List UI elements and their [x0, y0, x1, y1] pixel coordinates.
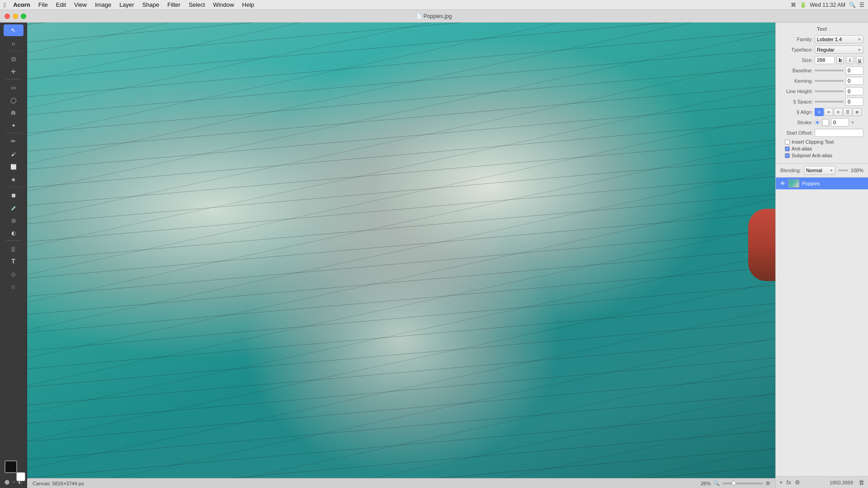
- anti-alias-checkbox[interactable]: ✓: [785, 146, 790, 151]
- tool-divider-5: [5, 240, 22, 241]
- main-layout: ⬤ ○ ◐ Text Family: Lobster 1.4 ▼ Typefa: [0, 23, 868, 488]
- zoom-out-icon[interactable]: 🔍: [713, 480, 720, 486]
- tool-gradient[interactable]: [4, 243, 24, 254]
- typeface-select[interactable]: Regular ▼: [815, 46, 863, 54]
- fullscreen-button[interactable]: ⊞: [766, 480, 770, 486]
- family-select[interactable]: Lobster 1.4 ▼: [815, 35, 863, 43]
- kerning-slider[interactable]: [815, 80, 844, 82]
- notification-icon[interactable]: ☰: [859, 2, 864, 8]
- align-right-button[interactable]: ≡: [834, 108, 843, 116]
- right-panel: Text Family: Lobster 1.4 ▼ Typeface: Reg…: [775, 23, 868, 488]
- stroke-row: Stroke: 0 ▼: [780, 118, 863, 127]
- tool-lasso[interactable]: [4, 107, 24, 118]
- search-icon[interactable]: 🔍: [849, 2, 856, 8]
- opacity-slider[interactable]: [838, 169, 848, 171]
- minimize-button[interactable]: [13, 14, 18, 19]
- tool-zoom[interactable]: [4, 37, 24, 49]
- close-button[interactable]: [5, 14, 10, 19]
- align-justify-icon: ☰: [846, 110, 849, 114]
- menu-item-window[interactable]: Window: [209, 0, 237, 10]
- subpixel-checkbox[interactable]: ✓: [785, 153, 790, 158]
- kerning-value[interactable]: 0: [845, 77, 863, 85]
- tool-pen[interactable]: [4, 135, 24, 147]
- space-number: 0: [848, 99, 850, 104]
- subpixel-row: ✓ Subpixel Anti-alias: [780, 153, 863, 158]
- dodge-icon: [11, 229, 16, 236]
- menu-item-acorn[interactable]: Acorn: [9, 0, 34, 10]
- lineheight-slider[interactable]: [815, 90, 844, 92]
- canvas-area[interactable]: [27, 23, 775, 488]
- stroke-color-picker[interactable]: [822, 119, 829, 126]
- tool-select[interactable]: [4, 24, 24, 36]
- blending-mode-select[interactable]: Normal ▼: [804, 166, 835, 175]
- tool-ellipse-select[interactable]: [4, 94, 24, 106]
- menu-item-shape[interactable]: Shape: [139, 0, 163, 10]
- space-value[interactable]: 0: [845, 98, 863, 106]
- tool-star[interactable]: [4, 281, 24, 292]
- menu-item-edit[interactable]: Edit: [52, 0, 70, 10]
- stroke-radio[interactable]: [815, 120, 820, 125]
- underline-button[interactable]: u: [856, 56, 863, 64]
- tool-magic-wand[interactable]: [4, 119, 24, 131]
- menu-item-image[interactable]: Image: [91, 0, 115, 10]
- zoom-slider[interactable]: [722, 483, 763, 484]
- delete-layer-button[interactable]: 🗑: [859, 479, 864, 486]
- menu-item-select[interactable]: Select: [185, 0, 208, 10]
- layer-row-poppies[interactable]: 👁 Poppies: [776, 178, 868, 189]
- shape-icon: [11, 270, 15, 277]
- titlebar: 📄 Poppies.jpg: [0, 10, 868, 23]
- pen-icon: [11, 137, 16, 145]
- move-icon: [11, 68, 16, 75]
- foreground-color[interactable]: [5, 460, 17, 473]
- start-offset-input[interactable]: [815, 129, 863, 137]
- tool-shape[interactable]: [4, 268, 24, 280]
- tool-move[interactable]: [4, 66, 24, 77]
- color-swatches[interactable]: [5, 460, 22, 478]
- align-left-button[interactable]: ≡: [815, 108, 824, 116]
- menu-item-view[interactable]: View: [71, 0, 90, 10]
- menu-item-file[interactable]: File: [35, 0, 52, 10]
- layer-visibility-icon[interactable]: 👁: [779, 180, 786, 187]
- baseline-value[interactable]: 0: [845, 66, 863, 75]
- layer-thumbnail: [788, 179, 799, 188]
- lineheight-value[interactable]: 0: [845, 87, 863, 95]
- traffic-lights: [5, 14, 26, 19]
- tool-brush[interactable]: [4, 148, 24, 160]
- tool-dodge[interactable]: [4, 227, 24, 239]
- fx-button[interactable]: fx: [787, 479, 791, 486]
- background-color[interactable]: [16, 472, 25, 481]
- align-center-button[interactable]: ≡: [824, 108, 833, 116]
- tool-stamp[interactable]: [4, 173, 24, 185]
- tool-blur[interactable]: [4, 214, 24, 226]
- tool-fill[interactable]: [4, 189, 24, 201]
- text-icon: [11, 258, 15, 265]
- size-input[interactable]: 288: [815, 56, 835, 64]
- tool-rect-select[interactable]: [4, 81, 24, 93]
- tool-text[interactable]: [4, 255, 24, 267]
- brush-icon: [11, 150, 16, 157]
- gear-icon[interactable]: ⚙: [795, 479, 800, 486]
- zoom-control: 26% 🔍 ⊞: [701, 480, 770, 486]
- maximize-button[interactable]: [21, 14, 26, 19]
- tool-crop[interactable]: [4, 53, 24, 65]
- tool-eyedropper[interactable]: [4, 202, 24, 213]
- stroke-dropdown-icon[interactable]: ▼: [851, 121, 854, 125]
- start-offset-label: Start Offset:: [780, 130, 813, 136]
- space-slider[interactable]: [815, 101, 844, 103]
- menu-item-filter[interactable]: Filter: [164, 0, 184, 10]
- insert-clipping-checkbox[interactable]: [785, 140, 790, 145]
- menu-item-layer[interactable]: Layer: [116, 0, 138, 10]
- align-special-button[interactable]: ⊗: [853, 108, 862, 116]
- add-layer-button[interactable]: +: [779, 479, 783, 486]
- fill-icon: [11, 191, 16, 198]
- menu-item-help[interactable]: Help: [239, 0, 258, 10]
- bold-button[interactable]: b: [836, 56, 844, 64]
- tool-eraser[interactable]: [4, 160, 24, 172]
- stroke-value-field[interactable]: 0: [831, 118, 849, 127]
- baseline-slider[interactable]: [815, 70, 844, 71]
- align-justify-button[interactable]: ☰: [843, 108, 852, 116]
- stroke-label: Stroke:: [780, 120, 813, 125]
- blur-icon: [11, 216, 16, 224]
- tool-divider-3: [5, 133, 22, 133]
- italic-button[interactable]: i: [846, 56, 854, 64]
